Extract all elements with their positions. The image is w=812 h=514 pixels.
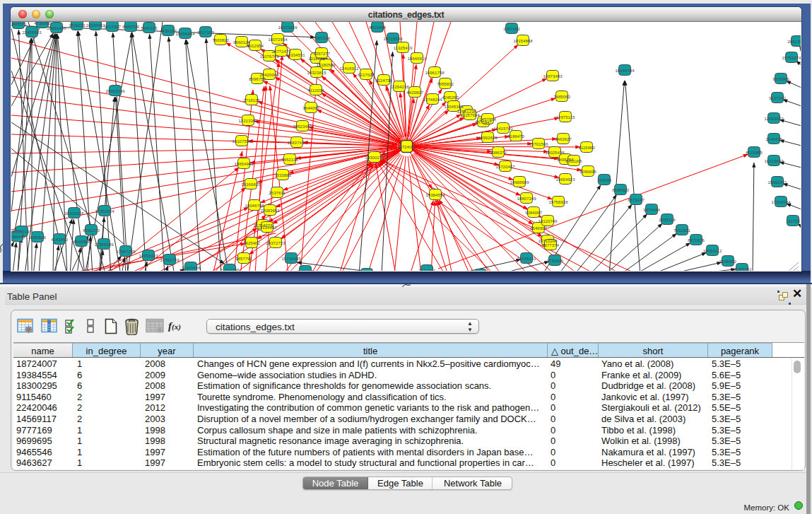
svg-text:15716485: 15716485 — [281, 256, 301, 261]
svg-text:13748244: 13748244 — [423, 97, 442, 102]
svg-text:19654923: 19654923 — [555, 177, 575, 182]
svg-text:18724007: 18724007 — [397, 144, 417, 149]
svg-text:12294238: 12294238 — [389, 84, 409, 89]
svg-text:19285201: 19285201 — [732, 267, 752, 271]
svg-text:12213369: 12213369 — [238, 118, 258, 123]
svg-text:6217026: 6217026 — [358, 72, 375, 77]
svg-text:16961758: 16961758 — [425, 70, 445, 75]
svg-text:10025438: 10025438 — [545, 150, 565, 155]
svg-text:14136141: 14136141 — [517, 256, 536, 261]
svg-text:18300275: 18300275 — [365, 155, 384, 160]
svg-text:116753: 116753 — [786, 218, 800, 223]
svg-text:19654983: 19654983 — [234, 161, 254, 166]
svg-text:15180586: 15180586 — [316, 62, 336, 67]
svg-text:18807249: 18807249 — [517, 196, 536, 201]
svg-text:9217207: 9217207 — [104, 24, 121, 29]
svg-text:5682115: 5682115 — [141, 25, 158, 30]
svg-text:7632621: 7632621 — [673, 228, 690, 233]
svg-text:18120746: 18120746 — [538, 218, 558, 223]
svg-text:6879197: 6879197 — [628, 197, 645, 202]
svg-text:5188470: 5188470 — [507, 134, 524, 139]
svg-text:10973493: 10973493 — [543, 74, 563, 78]
svg-text:15076749: 15076749 — [259, 54, 279, 59]
svg-text:9227342: 9227342 — [769, 95, 786, 100]
svg-text:10154808: 10154808 — [513, 38, 533, 43]
svg-text:16072954: 16072954 — [268, 37, 288, 42]
svg-text:20813640: 20813640 — [787, 39, 801, 44]
svg-text:7452134: 7452134 — [281, 157, 298, 162]
svg-text:15751074: 15751074 — [782, 55, 801, 60]
svg-text:19756928: 19756928 — [548, 199, 568, 204]
svg-text:2537611: 2537611 — [269, 190, 286, 195]
svg-text:16107556: 16107556 — [232, 139, 252, 144]
svg-text:7986372: 7986372 — [490, 150, 507, 155]
svg-text:16210643: 16210643 — [764, 158, 784, 163]
svg-text:10334531: 10334531 — [286, 52, 305, 57]
svg-text:8811165: 8811165 — [566, 158, 582, 163]
svg-text:15720407: 15720407 — [495, 164, 515, 169]
svg-text:19218506: 19218506 — [383, 36, 403, 41]
svg-text:13701506: 13701506 — [529, 141, 548, 146]
svg-text:1218062: 1218062 — [308, 56, 325, 61]
svg-text:16415740: 16415740 — [493, 126, 513, 131]
svg-text:16782759: 16782759 — [160, 257, 180, 262]
svg-text:3677374: 3677374 — [542, 243, 559, 247]
svg-text:17957255: 17957255 — [116, 249, 136, 254]
svg-text:6357277: 6357277 — [313, 51, 330, 56]
svg-text:2718126: 2718126 — [243, 98, 260, 103]
svg-text:10228452: 10228452 — [86, 23, 105, 28]
svg-text:7663822: 7663822 — [212, 37, 229, 42]
svg-text:12416912: 12416912 — [339, 66, 359, 71]
svg-text:8471676: 8471676 — [688, 238, 705, 243]
svg-text:1890399: 1890399 — [297, 269, 314, 271]
svg-text:9474444: 9474444 — [643, 207, 660, 212]
svg-text:19384554: 19384554 — [425, 192, 445, 197]
svg-text:8396759: 8396759 — [249, 76, 266, 81]
svg-text:16033809: 16033809 — [278, 25, 298, 30]
svg-text:21257684: 21257684 — [460, 112, 480, 117]
svg-text:9115460: 9115460 — [578, 145, 595, 150]
svg-text:2405571: 2405571 — [11, 22, 27, 26]
svg-text:12093872: 12093872 — [764, 116, 784, 121]
svg-text:22093651: 22093651 — [260, 208, 280, 213]
svg-text:18992829: 18992829 — [478, 135, 498, 140]
svg-text:3333883: 3333883 — [274, 173, 291, 177]
svg-text:7357224: 7357224 — [313, 35, 330, 40]
svg-text:10837430: 10837430 — [287, 140, 307, 145]
svg-text:9329966: 9329966 — [772, 76, 789, 81]
svg-text:8806804: 8806804 — [73, 239, 90, 244]
svg-text:1244415: 1244415 — [765, 136, 782, 141]
svg-text:1733426: 1733426 — [546, 258, 563, 263]
svg-text:8489709: 8489709 — [122, 24, 139, 29]
svg-text:16648784: 16648784 — [615, 68, 635, 73]
svg-text:18640910: 18640910 — [407, 56, 427, 61]
svg-text:7955812: 7955812 — [437, 81, 454, 86]
svg-text:12975115: 12975115 — [556, 115, 575, 119]
svg-text:9084067: 9084067 — [525, 210, 542, 215]
svg-text:9857791: 9857791 — [235, 256, 252, 261]
svg-text:9463627: 9463627 — [555, 136, 572, 141]
svg-text:11325419: 11325419 — [394, 45, 413, 50]
svg-text:20691406: 20691406 — [47, 25, 66, 30]
svg-text:17956909: 17956909 — [94, 242, 114, 247]
svg-text:11923448: 11923448 — [182, 265, 201, 270]
svg-text:4143890: 4143890 — [51, 237, 68, 242]
svg-text:10323815: 10323815 — [307, 70, 326, 75]
svg-text:19523409: 19523409 — [293, 124, 312, 129]
svg-text:8336273: 8336273 — [83, 228, 100, 233]
svg-text:2935114: 2935114 — [659, 217, 676, 222]
svg-text:15692971: 15692971 — [767, 180, 787, 185]
svg-text:6099695: 6099695 — [579, 169, 596, 174]
svg-text:4112034: 4112034 — [307, 88, 324, 93]
svg-text:7671884: 7671884 — [418, 268, 435, 271]
svg-text:19166825: 19166825 — [241, 182, 261, 187]
svg-text:20053346: 20053346 — [105, 88, 125, 93]
svg-text:20206526: 20206526 — [64, 211, 84, 216]
svg-text:2457954: 2457954 — [479, 117, 496, 122]
svg-text:13134457: 13134457 — [257, 225, 277, 230]
svg-text:4429607: 4429607 — [406, 90, 423, 95]
svg-text:10654112: 10654112 — [703, 248, 722, 253]
svg-text:3644095: 3644095 — [302, 105, 319, 110]
svg-text:21200396: 21200396 — [220, 267, 240, 271]
svg-text:17359924: 17359924 — [95, 209, 114, 214]
